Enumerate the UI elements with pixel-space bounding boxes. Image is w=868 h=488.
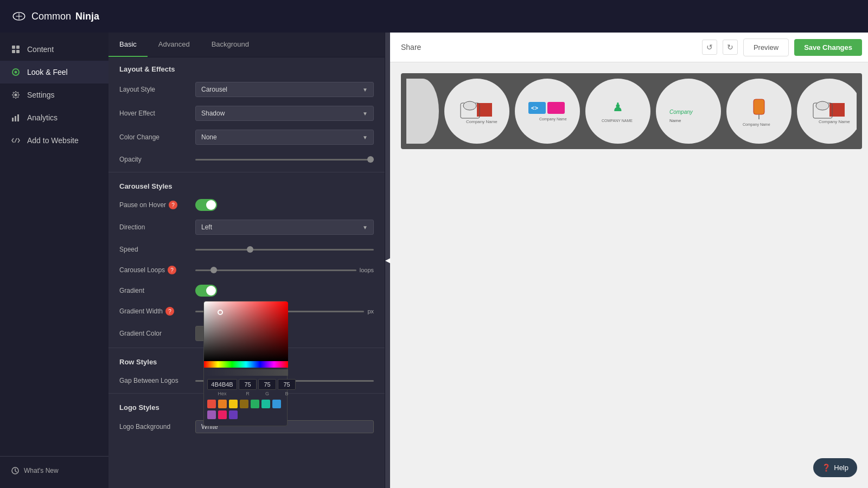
pause-on-hover-toggle[interactable] (195, 199, 217, 211)
bar-chart-icon (11, 113, 21, 123)
pause-on-hover-row: Pause on Hover ? (108, 195, 385, 215)
layout-style-control[interactable]: Carousel ▼ (195, 82, 374, 97)
sidebar-label-add-to-website: Add to Website (27, 136, 79, 145)
whats-new-button[interactable]: What's New (0, 459, 108, 483)
svg-text:Company Name: Company Name (819, 119, 850, 124)
speed-slider[interactable] (195, 249, 374, 251)
color-gradient-canvas[interactable] (204, 301, 288, 361)
save-changes-button[interactable]: Save Changes (794, 39, 862, 56)
svg-rect-7 (12, 118, 14, 121)
svg-text:Company Name: Company Name (466, 119, 497, 124)
layout-style-select[interactable]: Carousel ▼ (195, 82, 374, 97)
logo-text-bold: Ninja (75, 11, 99, 22)
gradient-width-help[interactable]: ? (165, 307, 174, 316)
color-preset-pink[interactable] (218, 410, 227, 419)
r-input-group: 75 R (239, 379, 257, 396)
left-sidebar: Content Look & Feel Settings Analytics (0, 33, 108, 488)
hex-input-group: 4B4B4B Hex (207, 379, 237, 396)
gradient-label: Gradient (119, 287, 195, 294)
opacity-slider-container (195, 159, 374, 160)
svg-rect-3 (16, 50, 20, 53)
collapse-icon: ◀ (385, 256, 390, 264)
preview-button[interactable]: Preview (743, 38, 789, 56)
color-preset-teal[interactable] (261, 400, 270, 408)
tab-basic[interactable]: Basic (108, 33, 148, 57)
svg-rect-12 (477, 103, 492, 117)
gradient-toggle[interactable] (195, 285, 217, 297)
sidebar-item-settings[interactable]: Settings (0, 84, 108, 106)
color-change-select[interactable]: None ▼ (195, 130, 374, 145)
color-change-control[interactable]: None ▼ (195, 130, 374, 145)
color-preset-purple[interactable] (207, 410, 216, 419)
logo-background-label: Logo Background (119, 423, 195, 431)
color-preset-violet[interactable] (229, 410, 238, 419)
pause-on-hover-toggle-container[interactable] (195, 199, 374, 211)
carousel-loops-slider[interactable] (195, 269, 356, 271)
tab-background[interactable]: Background (201, 33, 260, 57)
whats-new-label: What's New (24, 467, 59, 474)
direction-arrow: ▼ (362, 224, 368, 230)
color-change-value: None (201, 133, 217, 141)
sidebar-item-content[interactable]: Content (0, 38, 108, 61)
sidebar-item-add-to-website[interactable]: Add to Website (0, 129, 108, 152)
color-preset-brown[interactable] (240, 400, 248, 408)
logo-item-2: <> Company Name (515, 79, 580, 144)
svg-point-14 (463, 101, 476, 110)
alpha-bar[interactable] (204, 369, 288, 376)
hover-effect-select[interactable]: Shadow ▼ (195, 106, 374, 121)
svg-text:<>: <> (531, 105, 538, 111)
logo-svg-6: Company Name (808, 95, 851, 127)
color-preset-yellow[interactable] (229, 400, 238, 408)
redo-button[interactable]: ↻ (723, 40, 738, 55)
star-icon (11, 67, 21, 77)
carousel-loops-label: Carousel Loops ? (119, 266, 195, 274)
svg-line-10 (15, 138, 17, 143)
hover-effect-control[interactable]: Shadow ▼ (195, 106, 374, 121)
svg-text:Company Name: Company Name (539, 117, 567, 121)
svg-text:Company: Company (669, 109, 693, 115)
direction-value: Left (201, 223, 212, 231)
hover-effect-label: Hover Effect (119, 110, 195, 117)
gradient-cursor[interactable] (218, 310, 223, 315)
color-preset-orange[interactable] (218, 400, 227, 408)
opacity-label: Opacity (119, 156, 195, 163)
svg-rect-9 (17, 114, 19, 121)
svg-point-5 (15, 71, 17, 74)
logo-svg-3: ♟ COMPANY NAME (596, 95, 640, 127)
carousel-loops-help[interactable]: ? (168, 266, 176, 274)
preview-canvas: Company Name <> Company Name (390, 62, 868, 488)
gradient-toggle-knob (206, 286, 216, 296)
direction-select[interactable]: Left ▼ (195, 220, 374, 235)
b-input[interactable]: 75 (278, 379, 296, 390)
color-change-arrow: ▼ (362, 134, 368, 140)
code-icon (11, 136, 21, 145)
pause-on-hover-help[interactable]: ? (169, 201, 177, 209)
hex-input[interactable]: 4B4B4B (207, 379, 237, 390)
gap-between-logos-label: Gap Between Logos (119, 377, 195, 384)
r-input[interactable]: 75 (239, 379, 257, 390)
pause-on-hover-label: Pause on Hover ? (119, 201, 195, 209)
color-preset-green[interactable] (251, 400, 259, 408)
sidebar-item-analytics[interactable]: Analytics (0, 106, 108, 129)
direction-control[interactable]: Left ▼ (195, 220, 374, 235)
undo-button[interactable]: ↺ (702, 40, 717, 55)
color-picker-popup: 4B4B4B Hex 75 R 75 G 75 B (203, 301, 288, 426)
color-preset-red[interactable] (207, 400, 216, 408)
tab-advanced[interactable]: Advanced (148, 33, 201, 57)
hover-effect-value: Shadow (201, 110, 225, 117)
svg-text:Name: Name (669, 118, 681, 123)
g-input-group: 75 G (258, 379, 276, 396)
gradient-toggle-container[interactable] (195, 285, 374, 297)
sidebar-item-look-feel[interactable]: Look & Feel (0, 61, 108, 84)
svg-rect-1 (16, 46, 20, 49)
hue-bar[interactable] (204, 361, 288, 368)
svg-rect-18 (547, 102, 565, 114)
help-button[interactable]: ❓ Help (813, 458, 857, 477)
topbar: CommonNinja (0, 0, 868, 33)
logo-svg-2: <> Company Name (526, 98, 569, 125)
color-preset-blue[interactable] (272, 400, 281, 408)
collapse-panel-button[interactable]: ◀ (385, 33, 390, 488)
svg-rect-27 (829, 103, 845, 117)
g-input[interactable]: 75 (258, 379, 276, 390)
opacity-slider[interactable] (195, 159, 374, 160)
